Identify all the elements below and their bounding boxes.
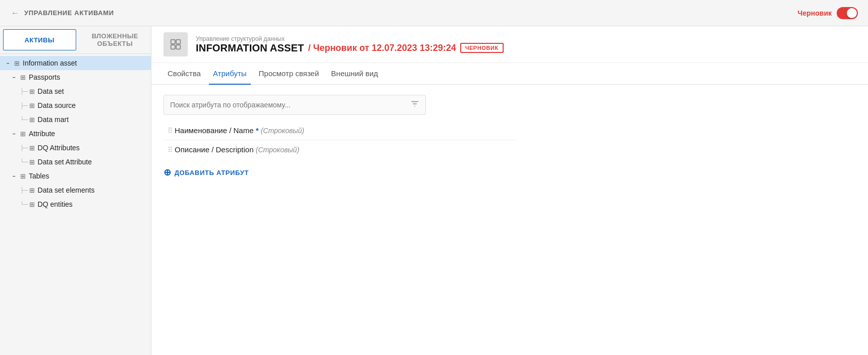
tree-item-data-set-attribute[interactable]: └─ Data set Attribute: [0, 155, 151, 169]
tree-label: Information asset: [23, 59, 77, 67]
back-icon[interactable]: ←: [10, 8, 20, 18]
attr-type: (Строковый): [256, 146, 299, 154]
tree-item-dq-attributes[interactable]: ├─ DQ Attributes: [0, 141, 151, 155]
grid-icon: [29, 88, 35, 95]
sidebar-tree: −Information asset−Passports├─ Data set├…: [0, 54, 151, 355]
grid-icon: [29, 158, 35, 166]
svg-rect-1: [176, 40, 180, 44]
collapse-btn[interactable]: −: [4, 59, 12, 67]
connector: ├─: [20, 187, 28, 193]
asset-draft-info: / Черновик от 12.07.2023 13:29:24: [308, 43, 456, 53]
connector: └─: [20, 201, 28, 207]
tree-label: Data source: [38, 101, 76, 109]
tree-item-info-asset[interactable]: −Information asset: [0, 56, 151, 70]
add-attr-icon: ⊕: [164, 167, 172, 178]
tree-label: Data mart: [38, 115, 69, 124]
asset-title-block: Управление структурой данных INFORMATION…: [196, 35, 504, 54]
grid-icon: [29, 116, 35, 124]
svg-rect-2: [171, 45, 175, 49]
attr-table: ⠿Наименование / Name * (Строковый)⠿Описа…: [164, 121, 517, 159]
attr-cell: ⠿Описание / Description (Строковый): [164, 140, 517, 159]
attr-cell: ⠿Наименование / Name * (Строковый): [164, 121, 517, 140]
main-layout: АКТИВЫ ВЛОЖЕННЫЕ ОБЪЕКТЫ −Information as…: [0, 26, 868, 355]
filter-icon[interactable]: [410, 99, 419, 110]
tab-nested[interactable]: ВЛОЖЕННЫЕ ОБЪЕКТЫ: [79, 26, 151, 53]
grid-icon: [14, 60, 20, 67]
add-attr-label: ДОБАВИТЬ АТРИБУТ: [175, 169, 249, 176]
tab-properties[interactable]: Свойства: [164, 63, 205, 85]
tab-appearance[interactable]: Внешний вид: [327, 63, 382, 85]
drag-handle[interactable]: ⠿: [168, 127, 173, 135]
grid-icon: [29, 187, 35, 194]
tree-label: Tables: [29, 172, 49, 180]
draft-label: Черновик: [798, 9, 832, 17]
tree-item-data-set[interactable]: ├─ Data set: [0, 84, 151, 98]
grid-icon: [29, 201, 35, 208]
sidebar-tabs: АКТИВЫ ВЛОЖЕННЫЕ ОБЪЕКТЫ: [0, 26, 151, 54]
tab-assets[interactable]: АКТИВЫ: [3, 29, 76, 50]
connector: └─: [20, 159, 28, 165]
asset-subtitle: Управление структурой данных: [196, 35, 504, 42]
tree-item-attribute[interactable]: −Attribute: [0, 127, 151, 141]
header-right: Черновик: [798, 7, 858, 19]
toggle-knob: [847, 8, 857, 18]
attr-name: Описание / Description: [175, 145, 254, 154]
svg-rect-0: [171, 40, 175, 44]
tree-label: DQ Attributes: [38, 144, 80, 152]
asset-title: INFORMATION ASSET: [196, 42, 304, 54]
asset-header: Управление структурой данных INFORMATION…: [151, 26, 868, 63]
tree-label: Data set elements: [38, 186, 95, 194]
tree-item-data-mart[interactable]: └─ Data mart: [0, 112, 151, 127]
asset-title-row: INFORMATION ASSET / Черновик от 12.07.20…: [196, 42, 504, 54]
attr-search-row[interactable]: [164, 95, 426, 115]
nav-back[interactable]: ← УПРАВЛЕНИЕ АКТИВАМИ: [10, 8, 114, 18]
tree-item-data-set-elements[interactable]: ├─ Data set elements: [0, 183, 151, 197]
tree-label: Data set Attribute: [38, 158, 92, 166]
top-header: ← УПРАВЛЕНИЕ АКТИВАМИ Черновик: [0, 0, 868, 26]
draft-badge: ЧЕРНОВИК: [460, 43, 504, 53]
app-title: УПРАВЛЕНИЕ АКТИВАМИ: [24, 9, 114, 17]
tree-label: Attribute: [29, 130, 55, 138]
tree-item-data-source[interactable]: ├─ Data source: [0, 98, 151, 112]
grid-icon: [29, 144, 35, 152]
asset-icon: [164, 32, 188, 56]
attr-name: Наименование / Name: [175, 126, 254, 135]
connector: └─: [20, 116, 28, 123]
grid-icon: [20, 130, 26, 138]
right-content: Управление структурой данных INFORMATION…: [151, 26, 868, 355]
tab-attributes[interactable]: Атрибуты: [209, 63, 251, 85]
grid-icon: [20, 74, 26, 81]
tree-item-tables[interactable]: −Tables: [0, 169, 151, 183]
connector: ├─: [20, 102, 28, 108]
grid-icon: [20, 172, 26, 180]
tree-item-dq-entities[interactable]: └─ DQ entities: [0, 197, 151, 211]
attr-row: ⠿Наименование / Name * (Строковый): [164, 121, 517, 140]
attr-row: ⠿Описание / Description (Строковый): [164, 140, 517, 159]
tree-label: DQ entities: [38, 200, 73, 208]
collapse-btn[interactable]: −: [10, 130, 18, 138]
svg-rect-3: [176, 45, 180, 49]
tab-relations[interactable]: Просмотр связей: [255, 63, 323, 85]
attr-search-input[interactable]: [170, 101, 406, 109]
content-tabs: СвойстваАтрибутыПросмотр связейВнешний в…: [151, 63, 868, 85]
add-attribute-button[interactable]: ⊕ ДОБАВИТЬ АТРИБУТ: [164, 163, 249, 182]
grid-icon: [29, 102, 35, 109]
collapse-btn[interactable]: −: [10, 172, 18, 180]
connector: ├─: [20, 88, 28, 94]
connector: ├─: [20, 145, 28, 151]
draft-toggle[interactable]: [837, 7, 858, 19]
attributes-panel: ⠿Наименование / Name * (Строковый)⠿Описа…: [151, 85, 868, 355]
tree-label: Passports: [29, 73, 60, 81]
collapse-btn[interactable]: −: [10, 73, 18, 81]
attr-required: *: [256, 126, 259, 135]
tree-item-passports[interactable]: −Passports: [0, 70, 151, 84]
tree-label: Data set: [38, 87, 64, 95]
sidebar: АКТИВЫ ВЛОЖЕННЫЕ ОБЪЕКТЫ −Information as…: [0, 26, 151, 355]
attr-type: (Строковый): [261, 127, 304, 135]
drag-handle[interactable]: ⠿: [168, 146, 173, 154]
